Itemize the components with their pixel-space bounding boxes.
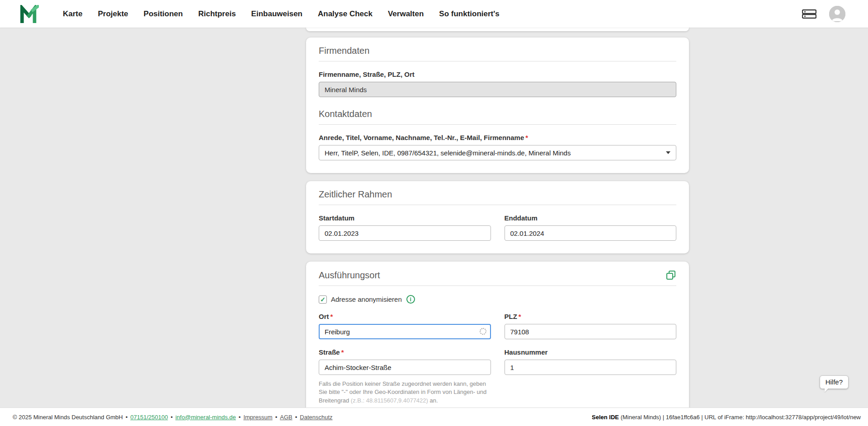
top-nav: Karte Projekte Positionen Richtpreis Ein… [0,0,868,28]
copy-icon[interactable] [665,270,676,281]
debug-info-details: (Mineral Minds) | 16fae1ffc6a6 | URL of … [619,414,861,421]
nav-item-richtpreis[interactable]: Richtpreis [198,9,236,19]
main-area: Firmendaten Firmenname, Straße, PLZ, Ort… [0,28,868,407]
chevron-down-icon [666,151,670,154]
nav-item-karte[interactable]: Karte [63,9,82,19]
zeitraum-title: Zeitlicher Rahmen [319,189,676,200]
nav-item-verwalten[interactable]: Verwalten [388,9,424,19]
server-icon[interactable] [802,9,816,19]
ort-input[interactable] [319,324,491,339]
kontakt-field-label-text: Anrede, Titel, Vorname, Nachname, Tel.-N… [319,134,524,141]
strasse-hint-suffix: an. [428,397,438,404]
card-partial-top [306,28,689,31]
separator: • [295,414,297,421]
divider [319,286,676,286]
ort-label-text: Ort [319,313,329,320]
nav-item-analyse-check[interactable]: Analyse Check [318,9,373,19]
anonymisieren-label: Adresse anonymisieren [331,295,402,303]
required-asterisk: * [330,313,333,320]
separator: • [170,414,173,421]
strasse-hint: Falls die Position keiner Straße zugeord… [319,380,491,405]
separator: • [275,414,278,421]
anonymisieren-row: ✓ Adresse anonymisieren i [319,295,676,304]
debug-info-app: Selen IDE [592,414,619,421]
enddatum-label: Enddatum [505,214,677,222]
nav-item-so-funktionierts[interactable]: So funktioniert's [439,9,499,19]
startdatum-input[interactable] [319,225,491,241]
mineral-minds-logo[interactable] [20,5,39,23]
plz-label-text: PLZ [505,313,517,320]
loading-spinner-icon [480,328,486,335]
card-zeitlicher-rahmen: Zeitlicher Rahmen Startdatum Enddatum [306,181,689,253]
main-nav: Karte Projekte Positionen Richtpreis Ein… [63,9,500,19]
ort-label: Ort* [319,313,491,320]
strasse-label-text: Straße [319,348,340,356]
anonymisieren-checkbox[interactable]: ✓ [319,295,327,304]
company-field-label: Firmenname, Straße, PLZ, Ort [319,70,676,78]
nav-item-positionen[interactable]: Positionen [144,9,183,19]
strasse-label: Straße* [319,348,491,356]
hausnummer-label: Hausnummer [505,348,677,356]
card-firmendaten: Firmendaten Firmenname, Straße, PLZ, Ort… [306,37,689,173]
impressum-link[interactable]: Impressum [243,414,272,421]
plz-input[interactable] [505,324,677,339]
email-link[interactable]: info@mineral-minds.de [175,414,236,421]
ausfuehrungsort-title: Ausführungsort [319,270,380,281]
help-button[interactable]: Hilfe? [820,375,849,389]
nav-item-einbauweisen[interactable]: Einbauweisen [251,9,302,19]
footer: © 2025 Mineral Minds Deutschland GmbH • … [0,407,868,426]
divider [319,124,676,125]
strasse-input[interactable] [319,360,491,375]
kontakt-field-label: Anrede, Titel, Vorname, Nachname, Tel.-N… [319,134,676,141]
nav-item-projekte[interactable]: Projekte [98,9,128,19]
required-asterisk: * [525,134,528,141]
user-avatar[interactable] [829,6,845,22]
plz-label: PLZ* [505,313,677,320]
separator: • [239,414,241,421]
datenschutz-link[interactable]: Datenschutz [300,414,332,421]
form-column: Firmendaten Firmenname, Straße, PLZ, Ort… [306,28,689,407]
strasse-hint-example: (z.B.: 48.8115607,9.4077422) [351,397,428,404]
footer-links: © 2025 Mineral Minds Deutschland GmbH • … [13,414,333,421]
copyright-text: © 2025 Mineral Minds Deutschland GmbH [13,414,123,421]
hausnummer-input[interactable] [505,360,677,375]
phone-link[interactable]: 07151/250100 [130,414,168,421]
company-input [319,82,676,97]
required-asterisk: * [519,313,521,320]
info-icon[interactable]: i [406,295,415,304]
header-actions [802,6,845,22]
kontakt-select[interactable]: Herr, TitelP, Selen, IDE, 0987/654321, s… [319,145,676,160]
separator: • [126,414,128,421]
enddatum-input[interactable] [505,225,677,241]
required-asterisk: * [341,348,344,356]
kontaktdaten-title: Kontaktdaten [319,109,676,119]
startdatum-label: Startdatum [319,214,491,222]
firmendaten-title: Firmendaten [319,46,676,56]
divider [319,61,676,61]
kontakt-select-value: Herr, TitelP, Selen, IDE, 0987/654321, s… [325,149,571,157]
agb-link[interactable]: AGB [280,414,292,421]
card-ausfuehrungsort: Ausführungsort ✓ Adresse anonymisieren i… [306,262,689,407]
debug-info: Selen IDE (Mineral Minds) | 16fae1ffc6a6… [592,414,861,421]
